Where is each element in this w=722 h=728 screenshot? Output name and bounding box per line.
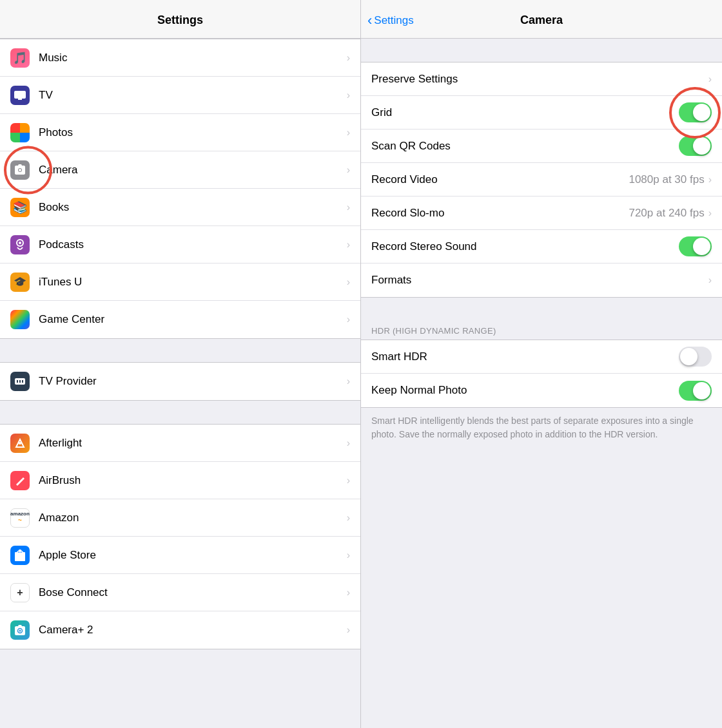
right-title: Camera bbox=[520, 14, 563, 27]
svg-rect-1 bbox=[18, 99, 22, 100]
camera-chevron: › bbox=[347, 164, 350, 176]
back-button[interactable]: ‹ Settings bbox=[367, 12, 414, 29]
sidebar-item-bose-connect[interactable]: + Bose Connect › bbox=[0, 574, 360, 611]
hdr-description-text: Smart HDR intelligently blends the best … bbox=[371, 416, 694, 439]
camera-label: Camera bbox=[39, 164, 347, 177]
svg-rect-0 bbox=[14, 91, 26, 99]
settings-section-1: 🎵 Music › TV › Photos › bbox=[0, 39, 360, 339]
back-label: Settings bbox=[374, 14, 413, 27]
formats-label: Formats bbox=[371, 274, 708, 287]
tv-chevron: › bbox=[347, 90, 350, 101]
sidebar-item-camera[interactable]: Camera › bbox=[0, 151, 360, 189]
podcasts-icon bbox=[10, 235, 30, 254]
grid-label: Grid bbox=[371, 106, 679, 119]
svg-point-5 bbox=[19, 242, 21, 244]
apple-store-chevron: › bbox=[347, 550, 350, 561]
camera-settings-section-1: Preserve Settings › Grid Scan QR Codes R… bbox=[361, 62, 722, 298]
photos-chevron: › bbox=[347, 127, 350, 139]
record-video-value: 1080p at 30 fps bbox=[629, 173, 704, 186]
hdr-description: Smart HDR intelligently blends the best … bbox=[361, 408, 722, 448]
amazon-icon: amazon ~ bbox=[10, 508, 30, 528]
record-stereo-label: Record Stereo Sound bbox=[371, 240, 679, 253]
books-label: Books bbox=[39, 201, 347, 214]
books-icon: 📚 bbox=[10, 198, 30, 217]
sidebar-item-podcasts[interactable]: Podcasts › bbox=[0, 226, 360, 263]
sidebar-item-amazon[interactable]: amazon ~ Amazon › bbox=[0, 499, 360, 537]
airbrush-chevron: › bbox=[347, 475, 350, 486]
sidebar-item-tv-provider[interactable]: TV Provider › bbox=[0, 363, 360, 400]
scan-qr-toggle[interactable] bbox=[679, 136, 712, 156]
camera-plus-icon bbox=[10, 620, 30, 640]
amazon-label: Amazon bbox=[39, 512, 347, 524]
music-label: Music bbox=[39, 52, 347, 64]
svg-point-11 bbox=[19, 442, 21, 445]
sidebar-item-airbrush[interactable]: AirBrush › bbox=[0, 462, 360, 499]
scan-qr-toggle-knob bbox=[693, 137, 710, 155]
sidebar-item-music[interactable]: 🎵 Music › bbox=[0, 39, 360, 77]
hdr-label: HDR (HIGH DYNAMIC RANGE) bbox=[371, 326, 496, 336]
sidebar-item-books[interactable]: 📚 Books › bbox=[0, 189, 360, 226]
sidebar-item-afterlight[interactable]: Afterlight › bbox=[0, 425, 360, 462]
keep-normal-photo-toggle[interactable] bbox=[679, 381, 712, 401]
game-center-chevron: › bbox=[347, 314, 350, 325]
record-slomo-label: Record Slo-mo bbox=[371, 207, 629, 220]
record-stereo-toggle-knob bbox=[693, 238, 710, 255]
tv-provider-icon bbox=[10, 372, 30, 391]
record-stereo-toggle[interactable] bbox=[679, 236, 712, 256]
record-slomo-chevron: › bbox=[708, 207, 712, 219]
record-slomo-value: 720p at 240 fps bbox=[629, 207, 704, 220]
bose-label: Bose Connect bbox=[39, 586, 347, 599]
smart-hdr-toggle[interactable] bbox=[679, 347, 712, 367]
hdr-settings-section: Smart HDR Keep Normal Photo bbox=[361, 340, 722, 408]
smart-hdr-row: Smart HDR bbox=[361, 340, 722, 374]
music-icon: 🎵 bbox=[10, 48, 30, 68]
left-panel: Settings 🎵 Music › TV › bbox=[0, 0, 361, 728]
settings-section-3: Afterlight › AirBrush › amazon ~ Amazon bbox=[0, 424, 360, 649]
sidebar-item-apple-store[interactable]: Apple Store › bbox=[0, 537, 360, 574]
svg-point-14 bbox=[19, 629, 21, 631]
camera-icon bbox=[10, 160, 30, 180]
record-slomo-row[interactable]: Record Slo-mo 720p at 240 fps › bbox=[361, 196, 722, 230]
record-video-chevron: › bbox=[708, 174, 712, 186]
afterlight-chevron: › bbox=[347, 437, 350, 449]
record-video-row[interactable]: Record Video 1080p at 30 fps › bbox=[361, 163, 722, 196]
airbrush-label: AirBrush bbox=[39, 474, 347, 487]
preserve-settings-row[interactable]: Preserve Settings › bbox=[361, 62, 722, 96]
grid-toggle[interactable] bbox=[679, 102, 712, 122]
itunes-icon: 🎓 bbox=[10, 273, 30, 292]
preserve-settings-label: Preserve Settings bbox=[371, 73, 708, 86]
sidebar-item-tv[interactable]: TV › bbox=[0, 77, 360, 114]
keep-normal-photo-row: Keep Normal Photo bbox=[361, 374, 722, 407]
left-gap-1 bbox=[0, 339, 360, 362]
podcasts-chevron: › bbox=[347, 239, 350, 251]
sidebar-item-photos[interactable]: Photos › bbox=[0, 114, 360, 151]
smart-hdr-label: Smart HDR bbox=[371, 350, 679, 363]
sidebar-item-game-center[interactable]: Game Center › bbox=[0, 301, 360, 338]
amazon-chevron: › bbox=[347, 512, 350, 524]
smart-hdr-toggle-knob bbox=[680, 348, 698, 365]
sidebar-item-camera-plus[interactable]: Camera+ 2 › bbox=[0, 611, 360, 649]
books-chevron: › bbox=[347, 202, 350, 213]
svg-point-3 bbox=[19, 169, 21, 171]
bose-icon: + bbox=[10, 583, 30, 602]
settings-section-2: TV Provider › bbox=[0, 362, 360, 401]
right-gap-2 bbox=[361, 298, 722, 321]
tv-provider-label: TV Provider bbox=[39, 375, 347, 388]
keep-normal-photo-label: Keep Normal Photo bbox=[371, 384, 679, 397]
apple-store-label: Apple Store bbox=[39, 549, 347, 562]
svg-rect-8 bbox=[19, 380, 21, 383]
tv-label: TV bbox=[39, 89, 347, 102]
svg-rect-9 bbox=[22, 380, 23, 383]
photos-label: Photos bbox=[39, 126, 347, 139]
back-chevron-icon: ‹ bbox=[367, 12, 372, 29]
game-center-icon bbox=[10, 310, 30, 329]
left-gap-2 bbox=[0, 401, 360, 424]
svg-rect-7 bbox=[17, 380, 18, 383]
sidebar-item-itunes-u[interactable]: 🎓 iTunes U › bbox=[0, 263, 360, 301]
record-stereo-row: Record Stereo Sound bbox=[361, 230, 722, 263]
left-title: Settings bbox=[157, 14, 203, 27]
formats-row[interactable]: Formats › bbox=[361, 263, 722, 297]
record-video-label: Record Video bbox=[371, 173, 629, 186]
tv-provider-chevron: › bbox=[347, 376, 350, 387]
preserve-chevron: › bbox=[708, 73, 712, 85]
